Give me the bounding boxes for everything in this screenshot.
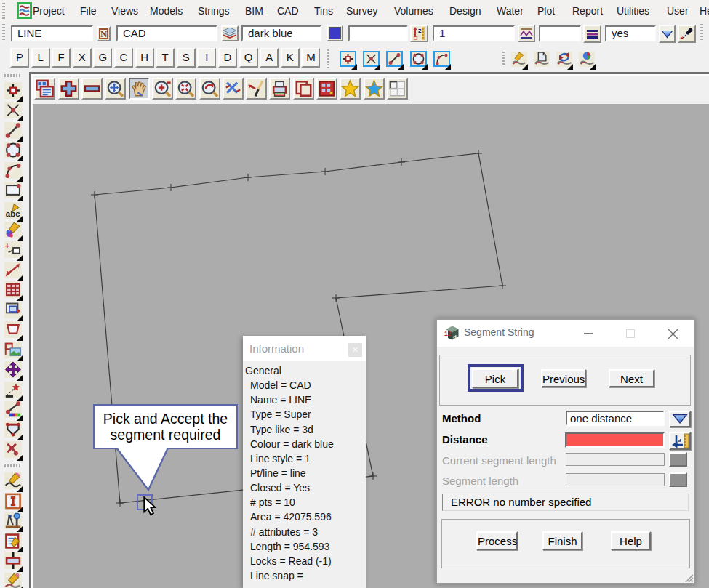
svg-text:d: d xyxy=(453,334,457,340)
svg-text:+: + xyxy=(5,242,10,251)
svg-text:z: z xyxy=(418,27,422,34)
svg-text:12: 12 xyxy=(444,330,452,337)
